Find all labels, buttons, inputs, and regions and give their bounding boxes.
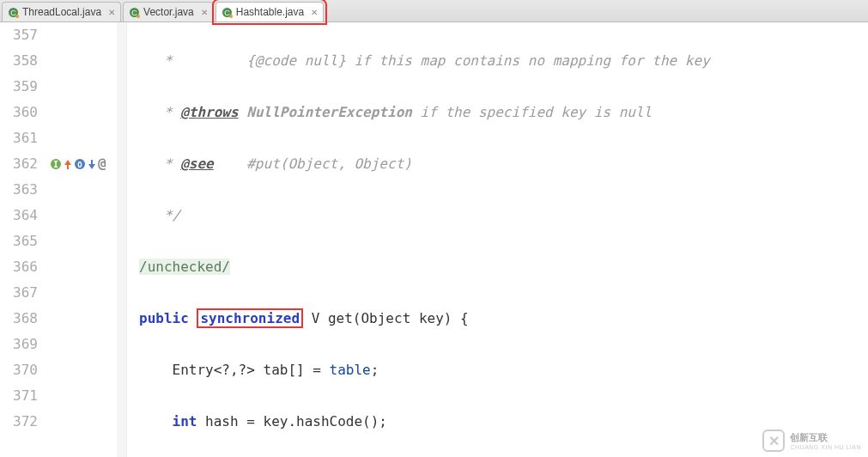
java-class-icon: C [129, 7, 140, 18]
close-icon[interactable]: ✕ [108, 8, 115, 17]
code-line: int hash = key.hashCode(); [139, 409, 868, 435]
logo-sub: CHUANG XIN HU LIAN [790, 444, 861, 450]
tab-label: Hashtable.java [236, 6, 304, 18]
folding-gutter[interactable] [117, 22, 127, 457]
tab-label: ThreadLocal.java [22, 6, 101, 18]
close-icon[interactable]: ✕ [201, 8, 208, 17]
code-area[interactable]: * {@code null} if this map contains no m… [127, 22, 868, 457]
tab-label: Vector.java [143, 6, 194, 18]
close-icon[interactable]: ✕ [311, 8, 318, 17]
tab-vector[interactable]: C Vector.java ✕ [123, 2, 214, 21]
arrow-down-icon[interactable] [88, 158, 96, 170]
implements-icon[interactable]: I [50, 158, 62, 170]
line-number: 365 [0, 228, 38, 254]
line-number: 371 [0, 383, 38, 409]
line-number: 360 [0, 100, 38, 125]
code-line: * @throws NullPointerException if the sp… [139, 100, 868, 125]
line-number-gutter: 357 358 359 360 361 362 363 364 365 366 … [0, 22, 48, 457]
code-line: */ [139, 203, 868, 228]
svg-point-5 [137, 15, 140, 18]
line-number: 367 [0, 280, 38, 306]
line-number: 362 [0, 151, 38, 177]
line-number: 359 [0, 74, 38, 100]
line-number: 364 [0, 203, 38, 228]
line-number: 363 [0, 177, 38, 203]
line-number: 361 [0, 125, 38, 151]
code-line: /unchecked/ [139, 254, 868, 280]
svg-point-2 [15, 15, 19, 18]
java-class-icon: C [8, 7, 19, 18]
code-line: public synchronized V get(Object key) { [139, 306, 868, 332]
svg-text:O: O [77, 161, 82, 169]
synchronized-highlight: synchronized [197, 308, 303, 328]
line-number: 369 [0, 332, 38, 357]
line-number: 370 [0, 357, 38, 383]
tab-bar: C ThreadLocal.java ✕ C Vector.java ✕ C H… [0, 0, 868, 22]
override-icon[interactable]: O [74, 158, 86, 170]
line-number: 358 [0, 48, 38, 74]
logo-icon: ✕ [762, 430, 785, 452]
code-line: Entry<?,?> tab[] = table; [139, 357, 868, 383]
code-line: * @see #put(Object, Object) [139, 151, 868, 177]
line-number: 368 [0, 306, 38, 332]
svg-text:I: I [53, 160, 58, 169]
java-class-icon: C [222, 7, 233, 18]
method-marker-row: I O @ [48, 151, 117, 177]
svg-point-8 [229, 15, 233, 18]
line-number: 372 [0, 409, 38, 435]
gutter-markers: I O @ [48, 22, 117, 457]
tab-threadlocal[interactable]: C ThreadLocal.java ✕ [2, 2, 121, 21]
logo-brand: 创新互联 [790, 431, 861, 444]
code-line: * {@code null} if this map contains no m… [139, 48, 868, 74]
line-number: 366 [0, 254, 38, 280]
at-sign-icon[interactable]: @ [98, 151, 106, 177]
watermark-logo: ✕ 创新互联 CHUANG XIN HU LIAN [762, 430, 861, 452]
arrow-up-icon[interactable] [64, 158, 72, 170]
tab-hashtable[interactable]: C Hashtable.java ✕ [215, 2, 324, 21]
line-number: 357 [0, 22, 38, 48]
code-editor[interactable]: 357 358 359 360 361 362 363 364 365 366 … [0, 22, 868, 457]
